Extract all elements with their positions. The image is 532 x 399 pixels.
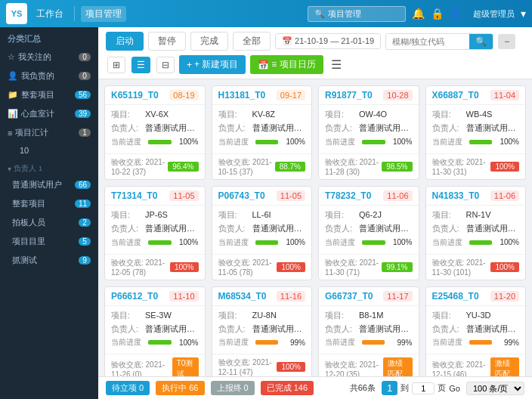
project-card[interactable]: T71314_T0 11-05 项目: JP-6S 负责人: 普通测试用户！ 当…: [104, 186, 206, 280]
card-header: G66737_T0 11-17: [319, 287, 419, 306]
tab-start[interactable]: 启动: [106, 32, 144, 51]
progress-bar: [148, 140, 172, 144]
progress-label: 当前进度: [218, 137, 252, 147]
lock-icon[interactable]: 🔒: [431, 8, 444, 20]
add-project-label: + 新建项目: [194, 58, 238, 71]
card-project-row: 项目: XV-6X: [111, 109, 199, 120]
minus-button[interactable]: −: [498, 34, 515, 49]
menu-button[interactable]: ☰: [328, 56, 345, 73]
footer-date: 验收交底: 2021-11-05 (78): [218, 258, 277, 277]
card-owner-row: 负责人: 普通测试用户！: [218, 323, 306, 335]
project-code-label: 项目:: [218, 310, 252, 321]
card-header: X66887_T0 11-04: [426, 86, 526, 105]
project-card[interactable]: N41833_T0 11-06 项目: RN-1V 负责人: 普通测试用户！ 当…: [425, 186, 527, 280]
search-input[interactable]: [386, 35, 469, 48]
sidebar-item-boarder[interactable]: 拍板人员 2: [0, 213, 98, 232]
card-project-row: 项目: RN-1V: [432, 209, 520, 221]
table-view-button[interactable]: ⊟: [156, 57, 175, 73]
sidebar-item-heart[interactable]: 📊 心血室计 39: [0, 104, 98, 123]
sidebar-item-normaluser[interactable]: 普通测试用户 66: [0, 175, 98, 194]
progress-bar: [255, 140, 279, 144]
page-goto-input[interactable]: [412, 382, 435, 394]
nav-workbench[interactable]: 工作台: [32, 6, 68, 22]
owner-label: 负责人:: [432, 122, 466, 134]
project-code-value: WB-4S: [466, 109, 520, 120]
sidebar-item-subprojects[interactable]: 整套项目 11: [0, 194, 98, 213]
card-project-row: 项目: JP-6S: [111, 209, 199, 221]
tab-pause[interactable]: 暂停: [148, 32, 186, 51]
tab-all[interactable]: 全部: [233, 32, 271, 51]
user-label[interactable]: 超级管理员: [473, 8, 515, 20]
card-date: 11-06: [383, 190, 412, 201]
project-list-button[interactable]: 📅 ≡ 项目日历: [250, 55, 323, 74]
project-card[interactable]: X66887_T0 11-04 项目: WB-4S 负责人: 普通测试用户！ 当…: [425, 85, 527, 180]
card-id: T78232_T0: [325, 190, 371, 201]
tab-complete[interactable]: 完成: [190, 32, 228, 51]
go-icon[interactable]: Go: [449, 384, 460, 393]
owner-label: 负责人:: [218, 323, 252, 335]
progress-bar-wrap: [469, 340, 493, 345]
project-code-value: KV-8Z: [252, 109, 306, 120]
top-search[interactable]: 🔍 项目管理: [308, 6, 406, 22]
add-project-button[interactable]: + + 新建项目: [179, 55, 246, 74]
card-owner-row: 负责人: 普通测试用户！: [111, 122, 199, 134]
progress-val: 100%: [388, 138, 413, 146]
list-view-button[interactable]: ☰: [131, 57, 150, 73]
project-code-label: 项目:: [111, 310, 145, 321]
sidebar-item-test[interactable]: 抓测试 9: [0, 251, 98, 270]
sidebar-item-projectlist[interactable]: 项目目里 5: [0, 232, 98, 251]
footer-badge: 96.4%: [168, 162, 198, 172]
card-date: 11-05: [277, 190, 305, 201]
page-size-select[interactable]: 100 条/页 50 条/页: [466, 382, 524, 395]
chart-icon: 📊: [8, 109, 18, 119]
project-card[interactable]: K65119_T0 08-19 项目: XV-6X 负责人: 普通测试用户！ 当…: [104, 85, 206, 180]
project-card[interactable]: P06743_T0 11-05 项目: LL-6I 负责人: 普通测试用户！ 当…: [212, 186, 313, 280]
grid-view-button[interactable]: ⊞: [107, 57, 125, 73]
progress-bar-wrap: [362, 340, 385, 345]
footer-date: 验收交底: 2021-10-22 (37): [111, 157, 168, 176]
card-date: 11-17: [383, 291, 412, 302]
project-card[interactable]: G66737_T0 11-17 项目: B8-1M 负责人: 普通测试用户！ 当…: [318, 286, 419, 376]
sidebar-item-favorites[interactable]: ☆ 我关注的 0: [0, 48, 98, 66]
bell-icon[interactable]: 🔔: [412, 8, 425, 20]
user-icon[interactable]: 👤: [450, 8, 462, 20]
calendar-list-icon: 📅: [258, 60, 269, 70]
date-filter[interactable]: 📅 21-10-19 — 21-01-19: [275, 33, 381, 49]
project-card[interactable]: M68534_T0 11-16 项目: ZU-8N 负责人: 普通测试用户！ 当…: [212, 286, 313, 376]
progress-row: 当前进度 100%: [432, 137, 520, 147]
owner-label: 负责人:: [432, 223, 466, 234]
owner-value: 普通测试用户！: [466, 122, 520, 134]
progress-label: 当前进度: [325, 337, 359, 348]
chevron-down-icon[interactable]: ▾: [521, 8, 526, 20]
project-code-value: OW-4O: [359, 109, 413, 120]
progress-label: 当前进度: [432, 237, 466, 248]
project-card[interactable]: R91877_T0 10-28 项目: OW-4O 负责人: 普通测试用户！ 当…: [318, 85, 419, 180]
sidebar-item-10[interactable]: 10: [0, 142, 98, 159]
progress-bar: [255, 240, 279, 245]
project-card[interactable]: E25468_T0 11-20 项目: YU-3D 负责人: 普通测试用户！ 当…: [425, 286, 527, 376]
status-completed: 已完成 146: [261, 381, 314, 395]
page-1-button[interactable]: 1: [382, 381, 397, 395]
card-body: 项目: WB-4S 负责人: 普通测试用户！ 当前进度 100%: [426, 105, 526, 153]
project-card[interactable]: H13181_T0 09-17 项目: KV-8Z 负责人: 普通测试用户！ 当…: [212, 85, 313, 180]
nav-project-mgmt[interactable]: 项目管理: [81, 6, 126, 22]
footer-badge: 100%: [277, 262, 305, 272]
progress-bar-wrap: [255, 340, 279, 345]
progress-val: 99%: [388, 339, 413, 347]
sidebar-item-allprojects[interactable]: 📁 整套项目 56: [0, 85, 98, 104]
progress-bar-wrap: [148, 340, 172, 345]
footer-badge: 88.7%: [275, 162, 305, 172]
toolbar: 启动 暂停 完成 全部 📅 21-10-19 — 21-01-19 🔍 − ⊞ …: [98, 27, 532, 79]
sidebar-item-myresponsible[interactable]: 👤 我负责的 0: [0, 66, 98, 85]
project-card[interactable]: T78232_T0 11-06 项目: Q6-2J 负责人: 普通测试用户！ 当…: [318, 186, 419, 280]
folder-icon: 📁: [8, 90, 18, 100]
sidebar-label: 我负责的: [21, 70, 54, 82]
search-button[interactable]: 🔍: [469, 34, 493, 49]
card-body: 项目: ZU-8N 负责人: 普通测试用户！ 当前进度 99%: [212, 306, 312, 354]
owner-label: 负责人:: [111, 122, 145, 134]
sidebar-item-projectsum[interactable]: ≡ 项目汇计 1: [0, 123, 98, 142]
owner-value: 普通测试用户！: [252, 122, 306, 134]
project-card[interactable]: P66612_T0 11-10 项目: SE-3W 负责人: 普通测试用户！ 当…: [104, 286, 206, 376]
project-code-label: 项目:: [432, 109, 466, 120]
progress-label: 当前进度: [111, 337, 145, 348]
